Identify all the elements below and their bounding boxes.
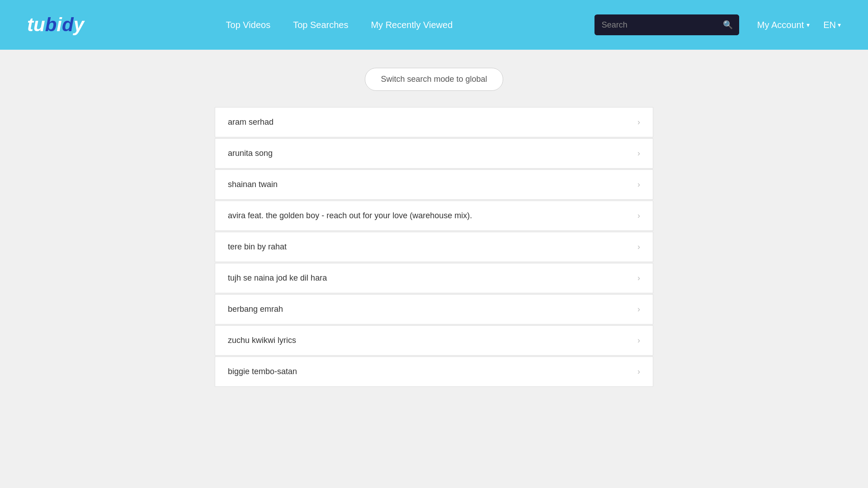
search-input[interactable] [594, 15, 717, 35]
switch-search-mode-button[interactable]: Switch search mode to global [365, 68, 503, 91]
my-account-button[interactable]: My Account ▾ [757, 20, 810, 30]
language-dropdown-icon: ▾ [838, 21, 841, 28]
result-text-1: arunita song [228, 149, 273, 158]
chevron-right-icon-8: › [637, 367, 640, 376]
nav-top-videos[interactable]: Top Videos [226, 20, 271, 30]
main-content: Switch search mode to global aram serhad… [0, 50, 868, 406]
header-right: My Account ▾ EN ▾ [757, 20, 841, 30]
result-item-2[interactable]: shainan twain › [215, 169, 653, 200]
result-item-4[interactable]: tere bin by rahat › [215, 232, 653, 262]
logo-text: tubidy [27, 14, 84, 36]
search-box: 🔍 [594, 14, 739, 35]
nav-recently-viewed[interactable]: My Recently Viewed [371, 20, 453, 30]
result-text-7: zuchu kwikwi lyrics [228, 336, 296, 345]
search-icon: 🔍 [723, 20, 733, 29]
result-item-6[interactable]: berbang emrah › [215, 294, 653, 324]
chevron-right-icon-6: › [637, 305, 640, 314]
chevron-right-icon-7: › [637, 336, 640, 345]
nav-top-searches[interactable]: Top Searches [293, 20, 348, 30]
my-account-dropdown-icon: ▾ [807, 21, 810, 28]
result-text-5: tujh se naina jod ke dil hara [228, 273, 327, 283]
result-item-7[interactable]: zuchu kwikwi lyrics › [215, 325, 653, 356]
result-item-8[interactable]: biggie tembo-satan › [215, 357, 653, 387]
chevron-right-icon-3: › [637, 211, 640, 221]
search-button[interactable]: 🔍 [717, 14, 739, 35]
logo[interactable]: tubidy [27, 14, 84, 36]
language-selector[interactable]: EN ▾ [823, 20, 841, 30]
result-item-0[interactable]: aram serhad › [215, 107, 653, 137]
my-account-label: My Account [757, 20, 804, 30]
chevron-right-icon-1: › [637, 149, 640, 158]
main-nav: Top Videos Top Searches My Recently View… [102, 20, 576, 30]
result-text-6: berbang emrah [228, 305, 283, 314]
result-item-3[interactable]: avira feat. the golden boy - reach out f… [215, 201, 653, 231]
result-text-3: avira feat. the golden boy - reach out f… [228, 211, 472, 221]
result-text-8: biggie tembo-satan [228, 367, 297, 376]
header: tubidy Top Videos Top Searches My Recent… [0, 0, 868, 50]
search-results-list: aram serhad › arunita song › shainan twa… [215, 107, 653, 388]
result-text-4: tere bin by rahat [228, 242, 287, 252]
chevron-right-icon-0: › [637, 117, 640, 127]
chevron-right-icon-2: › [637, 180, 640, 189]
result-item-5[interactable]: tujh se naina jod ke dil hara › [215, 263, 653, 293]
chevron-right-icon-5: › [637, 273, 640, 283]
result-text-2: shainan twain [228, 180, 278, 189]
result-text-0: aram serhad [228, 117, 274, 127]
chevron-right-icon-4: › [637, 242, 640, 252]
result-item-1[interactable]: arunita song › [215, 138, 653, 169]
language-label: EN [823, 20, 836, 30]
